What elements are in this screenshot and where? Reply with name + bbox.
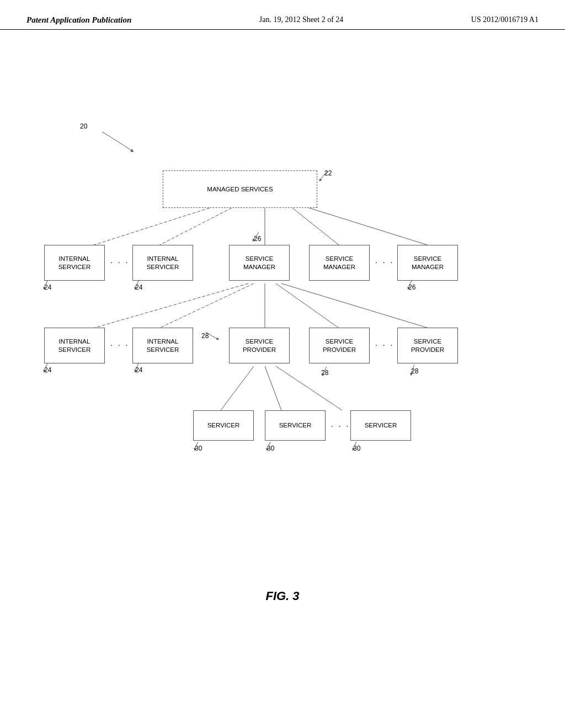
service-provider-3-label: SERVICEPROVIDER [411,338,444,354]
patent-number: US 2012/0016719 A1 [471,15,539,24]
dots-row2-right: · · · [375,340,394,349]
page-header: Patent Application Publication Jan. 19, … [0,0,565,30]
svg-line-3 [292,208,342,248]
service-provider-1-label: SERVICE PROVIDER [233,338,286,354]
ref24-arrow2b [134,363,145,374]
servicer-3-box: SERVICER [350,410,411,441]
ref30-arrow2 [266,442,277,452]
service-manager-1-label: SERVICEMANAGER [243,255,275,271]
publication-type: Patent Application Publication [26,15,131,25]
servicer-1-label: SERVICER [207,421,240,430]
diagram-area: 20 MANAGED SERVICES 22 INTERNALSERVICER … [0,30,565,636]
service-manager-3-box: SERVICEMANAGER [397,245,458,281]
svg-line-11 [265,366,281,410]
internal-servicer-3-label: INTERNALSERVICER [58,338,91,354]
ref26-arrow3 [407,281,418,292]
dots-row3: · · · [331,421,350,430]
servicer-2-label: SERVICER [279,421,312,430]
service-manager-2-box: SERVICEMANAGER [309,245,370,281]
ref26-arrow1 [251,232,268,243]
servicer-2-box: SERVICER [265,410,326,441]
service-manager-3-label: SERVICEMANAGER [412,255,444,271]
dots-row1-left: · · · [110,258,129,266]
service-manager-1-box: SERVICEMANAGER [229,245,290,281]
ref28-arrow1 [200,329,231,343]
svg-line-4 [309,208,436,248]
dots-row2-left: · · · [110,340,129,349]
servicer-3-label: SERVICER [365,421,397,430]
diagram-ref-20: 20 [80,122,87,130]
dots-row1-right: · · · [375,258,394,266]
svg-line-5 [86,283,248,330]
ref30-arrow3 [352,442,363,452]
ref30-arrow1 [194,442,205,452]
internal-servicer-4-box: INTERNALSERVICER [132,328,193,363]
internal-servicer-3-box: INTERNALSERVICER [44,328,105,363]
svg-line-1 [154,208,232,248]
servicer-1-box: SERVICER [193,410,254,441]
ref28-arrow3 [410,365,421,377]
service-manager-2-label: SERVICEMANAGER [323,255,355,271]
service-provider-1-box: SERVICE PROVIDER [229,328,290,363]
managed-services-label: MANAGED SERVICES [207,185,273,194]
internal-servicer-1-label: INTERNALSERVICER [58,255,91,271]
service-provider-2-box: SERVICEPROVIDER [309,328,370,363]
svg-line-8 [276,283,342,330]
svg-line-0 [86,208,210,248]
figure-caption: FIG. 3 [265,589,299,603]
internal-servicer-1-box: INTERNALSERVICER [44,245,105,281]
ref28-arrow2 [320,365,337,377]
service-provider-2-label: SERVICEPROVIDER [323,338,356,354]
ref24-arrow1b [134,281,145,292]
ref24-arrow1 [43,281,54,292]
internal-servicer-2-box: INTERNALSERVICER [132,245,193,281]
ref22-arrow [317,167,350,183]
publication-date-sheet: Jan. 19, 2012 Sheet 2 of 24 [259,15,343,24]
internal-servicer-2-label: INTERNALSERVICER [147,255,179,271]
svg-line-6 [154,283,254,330]
svg-line-10 [221,366,254,410]
internal-servicer-4-label: INTERNALSERVICER [147,338,179,354]
ref24-arrow2 [43,363,54,374]
managed-services-box: MANAGED SERVICES [163,170,317,208]
service-provider-3-box: SERVICEPROVIDER [397,328,458,363]
